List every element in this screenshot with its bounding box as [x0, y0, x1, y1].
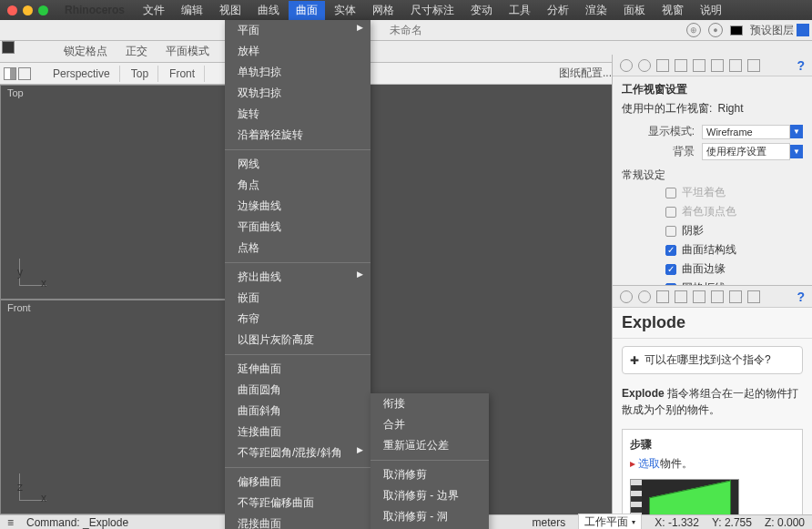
planar-button[interactable]: 平面模式	[166, 44, 209, 59]
hamburger-icon[interactable]: ≡	[7, 516, 14, 529]
panel-icon-row: ?	[613, 55, 812, 76]
gridsnap-button[interactable]: 锁定格点	[64, 44, 107, 59]
menu-item[interactable]: 网线	[225, 154, 370, 175]
viewport-tab[interactable]: Front	[160, 66, 205, 82]
surface-menu-dropdown: 平面▶放样单轨扫掠双轨扫掠旋转沿着路径旋转网线角点边缘曲线平面曲线点格挤出曲线▶…	[225, 20, 370, 529]
row-label: 显示模式:	[640, 124, 695, 139]
axis-y-label: y	[17, 266, 23, 279]
help-thumbnail[interactable]	[630, 479, 739, 514]
menu-4[interactable]: 曲面	[289, 1, 325, 20]
menu-0[interactable]: 文件	[136, 1, 172, 20]
panel-icon[interactable]	[620, 290, 633, 303]
panel-heading: 工作视窗设置	[622, 82, 803, 97]
panel-toggle-button[interactable]	[797, 24, 809, 36]
left-tool-icon[interactable]	[2, 41, 15, 54]
menu-9[interactable]: 工具	[502, 1, 538, 20]
panel-icon[interactable]	[620, 59, 633, 72]
cplane-select[interactable]: 工作平面▾	[578, 514, 642, 529]
camera-icon[interactable]	[693, 290, 705, 303]
menu-item[interactable]: 偏移曲面	[225, 472, 370, 493]
menu-13[interactable]: 视窗	[655, 1, 691, 20]
menu-item[interactable]: 重新逼近公差	[370, 435, 489, 456]
menu-10[interactable]: 分析	[540, 1, 576, 20]
menu-5[interactable]: 实体	[327, 1, 363, 20]
panel-subvalue: Right	[717, 102, 743, 115]
menu-1[interactable]: 编辑	[174, 1, 210, 20]
menu-item[interactable]: 单轨扫掠	[225, 62, 370, 83]
menu-item[interactable]: 挤出曲线▶	[225, 267, 370, 288]
record-icon[interactable]: ●	[708, 23, 723, 37]
menu-item[interactable]: 沿着路径旋转	[225, 125, 370, 146]
checkbox[interactable]: ✓	[665, 245, 676, 256]
panel-icon[interactable]	[675, 59, 687, 72]
menu-item[interactable]: 取消修剪 - 边界	[370, 485, 489, 506]
panel-icon[interactable]	[656, 290, 669, 303]
panel-icon[interactable]	[638, 290, 651, 303]
panel-icon[interactable]	[675, 290, 687, 303]
menu-item[interactable]: 不等距偏移曲面	[225, 493, 370, 514]
panel-icon[interactable]	[638, 59, 651, 72]
menu-item[interactable]: 旋转	[225, 104, 370, 125]
checkbox[interactable]: ✓	[665, 264, 676, 275]
menu-item[interactable]: 混接曲面	[225, 514, 370, 529]
panel-icon[interactable]	[711, 290, 724, 303]
menu-item[interactable]: 衔接	[370, 393, 489, 414]
coord-z: Z: 0.000	[765, 516, 805, 529]
menu-item[interactable]: 布帘	[225, 309, 370, 330]
panel-icon[interactable]	[656, 59, 669, 72]
layer-name[interactable]: 预设图层	[750, 23, 794, 38]
panel-icon[interactable]	[711, 59, 724, 72]
menu-item[interactable]: 延伸曲面	[225, 359, 370, 380]
row-select[interactable]: Wireframe	[702, 125, 790, 139]
menu-item[interactable]: 取消修剪 - 洞	[370, 506, 489, 527]
ortho-button[interactable]: 正交	[126, 44, 147, 59]
menu-6[interactable]: 网格	[365, 1, 401, 20]
panel-icon[interactable]	[729, 59, 742, 72]
viewport-tab[interactable]: Top	[122, 66, 158, 82]
menu-item[interactable]: 双轨扫掠	[225, 83, 370, 104]
close-traffic-light[interactable]	[7, 5, 17, 15]
menu-item[interactable]: 曲面斜角	[225, 401, 370, 422]
help-icon[interactable]: ?	[797, 290, 805, 304]
menu-8[interactable]: 变动	[463, 1, 500, 20]
camera-icon[interactable]	[693, 59, 705, 72]
menu-item[interactable]: 平面曲线	[225, 217, 370, 238]
menu-7[interactable]: 尺寸标注	[403, 1, 462, 20]
menu-item[interactable]: 取消修剪	[370, 464, 489, 485]
menu-14[interactable]: 说明	[693, 1, 729, 20]
menu-12[interactable]: 面板	[616, 1, 653, 20]
menu-item[interactable]: 点格	[225, 238, 370, 259]
menu-item[interactable]: 平面▶	[225, 20, 370, 41]
menu-item[interactable]: 角点	[225, 175, 370, 196]
step-item: ▸ 选取物件。	[630, 456, 795, 472]
checkbox[interactable]	[665, 207, 676, 218]
layer-color-swatch[interactable]	[730, 25, 743, 36]
menu-item[interactable]: 不等距圆角/混接/斜角▶	[225, 443, 370, 463]
zoom-traffic-light[interactable]	[38, 5, 48, 15]
panel-icon[interactable]	[747, 59, 760, 72]
panel-icon[interactable]	[747, 290, 760, 303]
select-arrow-icon[interactable]: ▼	[790, 125, 803, 138]
menu-item[interactable]: 放样	[225, 41, 370, 62]
viewport-tab[interactable]: Perspective	[44, 66, 120, 82]
select-arrow-icon[interactable]: ▼	[790, 145, 803, 158]
menu-item[interactable]: 嵌面	[225, 288, 370, 309]
menu-2[interactable]: 视图	[212, 1, 249, 20]
panel-icon[interactable]	[729, 290, 742, 303]
checkbox[interactable]	[665, 188, 676, 198]
menu-item[interactable]: 合并	[370, 414, 489, 435]
paper-settings-button[interactable]: 图纸配置...	[559, 66, 612, 81]
menu-item[interactable]: 以图片灰阶高度	[225, 330, 370, 351]
checkbox[interactable]	[665, 226, 676, 237]
target-icon[interactable]: ⊕	[686, 23, 701, 37]
row-select[interactable]: 使用程序设置	[702, 143, 790, 160]
menu-item[interactable]: 连接曲面	[225, 422, 370, 443]
help-icon[interactable]: ?	[797, 58, 805, 73]
menu-item[interactable]: 边缘曲线	[225, 196, 370, 217]
menu-11[interactable]: 渲染	[578, 1, 614, 20]
menu-3[interactable]: 曲线	[250, 1, 287, 20]
view-blank-icon[interactable]	[18, 67, 31, 80]
menu-item[interactable]: 曲面圆角	[225, 380, 370, 401]
help-find-box[interactable]: ✚可以在哪里找到这个指令?	[622, 346, 803, 374]
minimize-traffic-light[interactable]	[23, 5, 33, 15]
